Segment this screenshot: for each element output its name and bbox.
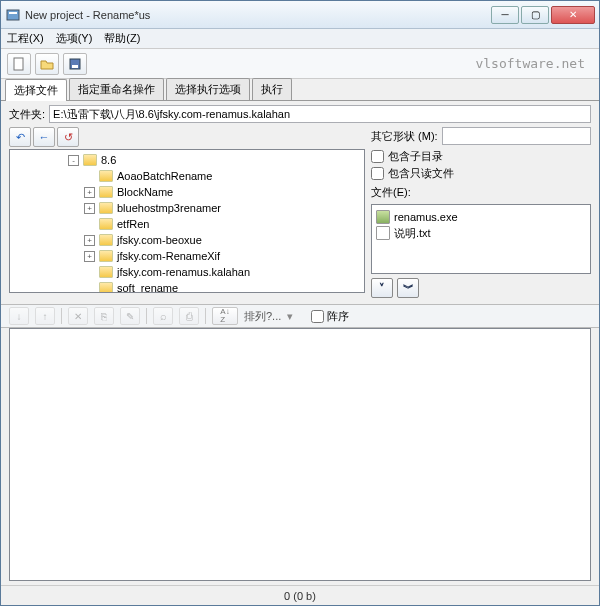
menu-help[interactable]: 帮助(Z) [104,31,140,46]
new-button[interactable] [7,53,31,75]
back-arrow-icon: ← [39,131,50,143]
sort-az-button[interactable]: A↓Z [212,307,238,325]
close-button[interactable]: ✕ [551,6,595,24]
chevron-down-icon: ˅ [379,282,385,295]
up-arrow-icon: ↶ [16,131,25,144]
file-type-list[interactable]: renamus.exe说明.txt [371,204,591,274]
include-subdir-checkbox[interactable]: 包含子目录 [371,149,591,164]
minimize-button[interactable]: ─ [491,6,519,24]
titlebar: New project - Rename*us ─ ▢ ✕ [1,1,599,29]
double-chevron-down-icon: ︾ [403,281,414,296]
tree-item[interactable]: +jfsky.com-RenameXif [12,248,362,264]
sort-label[interactable]: 排列?... [244,309,281,324]
tree-item[interactable]: etfRen [12,216,362,232]
tree-item-label: 8.6 [101,154,116,166]
file-item-label: renamus.exe [394,211,458,223]
tree-item-label: etfRen [117,218,149,230]
find-button[interactable]: ⌕ [153,307,173,325]
expand-toggle [84,267,95,278]
nav-back-button[interactable]: ← [33,127,55,147]
expand-toggle [84,219,95,230]
folder-tree[interactable]: -8.6AoaoBatchRename+BlockName+bluehostmp… [9,149,365,293]
open-button[interactable] [35,53,59,75]
folder-icon [99,282,113,293]
statusbar: 0 (0 b) [1,585,599,605]
folder-icon [99,186,113,198]
path-input[interactable] [49,105,591,123]
remove-button[interactable]: ✕ [68,307,88,325]
tree-item[interactable]: soft_rename [12,280,362,293]
expand-all-button[interactable]: ︾ [397,278,419,298]
nav-up-button[interactable]: ↶ [9,127,31,147]
files-label: 文件(E): [371,185,591,200]
tree-item[interactable]: +BlockName [12,184,362,200]
exe-file-icon [376,210,390,224]
copy-button[interactable]: ⎘ [94,307,114,325]
status-text: 0 (0 b) [284,590,316,602]
move-down-button[interactable]: ↓ [9,307,29,325]
folder-icon [99,202,113,214]
svg-rect-0 [7,10,19,20]
list-toolbar: ↓ ↑ ✕ ⎘ ✎ ⌕ ⎙ A↓Z 排列?... ▾ 阵序 [1,304,599,328]
save-button[interactable] [63,53,87,75]
other-shape-label: 其它形状 (M): [371,129,438,144]
folder-icon [99,218,113,230]
tree-item[interactable]: AoaoBatchRename [12,168,362,184]
edit-button[interactable]: ✎ [120,307,140,325]
menu-options[interactable]: 选项(Y) [56,31,93,46]
app-icon [5,7,21,23]
folder-icon [99,234,113,246]
txt-file-icon [376,226,390,240]
include-readonly-checkbox[interactable]: 包含只读文件 [371,166,591,181]
expand-down-button[interactable]: ˅ [371,278,393,298]
expand-toggle[interactable]: + [84,187,95,198]
other-shape-input[interactable] [442,127,591,145]
tree-item-label: soft_rename [117,282,178,293]
undo-icon: ↺ [64,131,73,144]
window-title: New project - Rename*us [25,9,491,21]
tab-rename-ops[interactable]: 指定重命名操作 [69,78,164,100]
binoculars-icon: ⌕ [160,310,167,322]
expand-toggle[interactable]: + [84,203,95,214]
maximize-button[interactable]: ▢ [521,6,549,24]
file-item-label: 说明.txt [394,226,431,241]
menubar: 工程(X) 选项(Y) 帮助(Z) [1,29,599,49]
tree-item-label: BlockName [117,186,173,198]
expand-toggle[interactable]: + [84,235,95,246]
order-checkbox[interactable]: 阵序 [311,309,349,324]
tree-item-label: jfsky.com-beoxue [117,234,202,246]
result-list[interactable] [9,328,591,581]
tab-select-files[interactable]: 选择文件 [5,79,67,101]
svg-rect-2 [14,58,23,70]
folder-icon [99,250,113,262]
tree-item[interactable]: -8.6 [12,152,362,168]
tree-item-label: jfsky.com-RenameXif [117,250,220,262]
file-item[interactable]: 说明.txt [376,225,586,241]
tab-execute[interactable]: 执行 [252,78,292,100]
folder-icon [99,170,113,182]
folder-icon [83,154,97,166]
tree-item[interactable]: +bluehostmp3renamer [12,200,362,216]
printer-icon: ⎙ [186,310,193,322]
print-button[interactable]: ⎙ [179,307,199,325]
svg-rect-1 [9,12,17,14]
expand-toggle [84,283,95,294]
expand-toggle[interactable]: - [68,155,79,166]
path-label: 文件夹: [9,107,45,122]
tree-item-label: AoaoBatchRename [117,170,212,182]
file-item[interactable]: renamus.exe [376,209,586,225]
folder-icon [99,266,113,278]
tree-item[interactable]: +jfsky.com-beoxue [12,232,362,248]
menu-project[interactable]: 工程(X) [7,31,44,46]
expand-toggle [84,171,95,182]
svg-rect-4 [72,65,78,68]
expand-toggle[interactable]: + [84,251,95,262]
main-toolbar: vlsoftware.net [1,49,599,79]
tab-exec-opts[interactable]: 选择执行选项 [166,78,250,100]
tree-item[interactable]: jfsky.com-renamus.kalahan [12,264,362,280]
move-up-button[interactable]: ↑ [35,307,55,325]
nav-undo-button[interactable]: ↺ [57,127,79,147]
tab-strip: 选择文件 指定重命名操作 选择执行选项 执行 [1,79,599,101]
tree-item-label: jfsky.com-renamus.kalahan [117,266,250,278]
brand-text: vlsoftware.net [475,56,593,71]
